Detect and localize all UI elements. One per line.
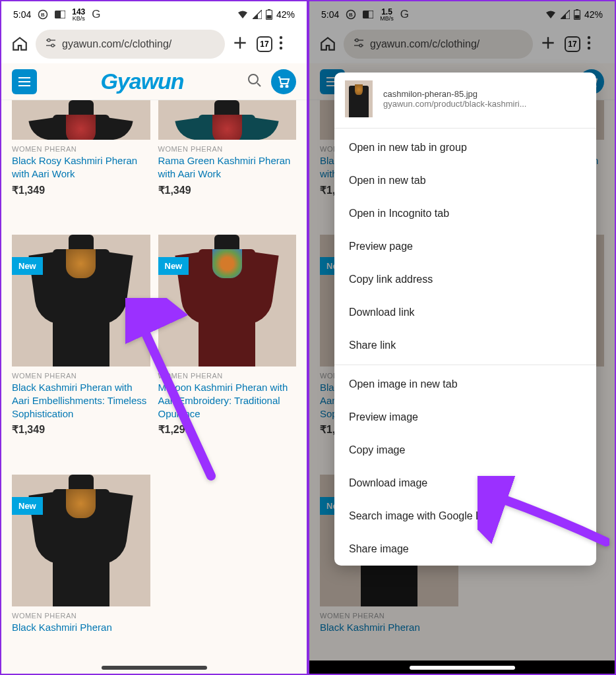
- clock-text: 5:04: [13, 9, 31, 20]
- status-bar: 5:04 B 143KB/s G 42%: [1, 1, 307, 25]
- nav-handle[interactable]: [410, 666, 515, 670]
- menu-item-share-image[interactable]: Share image: [334, 533, 596, 566]
- net-speed: 143KB/s: [72, 8, 85, 22]
- search-button[interactable]: [247, 73, 262, 90]
- menu-item-share-link[interactable]: Share link: [334, 329, 596, 362]
- menu-item-open-in-new-tab-in-group[interactable]: Open in new tab in group: [334, 131, 596, 164]
- b-circle-icon: B: [38, 9, 48, 20]
- product-title[interactable]: Black Rosy Kashmiri Pheran with Aari Wor…: [12, 154, 150, 181]
- svg-text:B: B: [41, 12, 45, 18]
- battery-text: 42%: [276, 9, 295, 20]
- cart-button[interactable]: [271, 69, 296, 94]
- nav-handle[interactable]: [102, 666, 207, 670]
- site-logo[interactable]: Gyawun: [100, 69, 183, 94]
- product-card[interactable]: New WOMEN PHERAN Black Kashmiri Pheran: [12, 475, 150, 639]
- url-bar[interactable]: gyawun.com/c/clothing/: [36, 30, 225, 59]
- signal-icon: [253, 10, 262, 19]
- product-card[interactable]: New WOMEN PHERAN Black Kashmiri Pheran w…: [12, 235, 150, 465]
- google-icon: G: [92, 8, 100, 21]
- site-header: Gyawun: [1, 63, 307, 100]
- svg-point-13: [281, 85, 283, 87]
- product-title[interactable]: Maroon Kashmiri Pheran with Aari Embroid…: [158, 381, 297, 421]
- svg-point-10: [280, 42, 282, 44]
- menu-item-download-image[interactable]: Download image: [334, 467, 596, 500]
- product-card[interactable]: WOMEN PHERAN Black Rosy Kashmiri Pheran …: [12, 100, 150, 225]
- product-category: WOMEN PHERAN: [12, 612, 150, 620]
- menu-thumbnail: [345, 80, 373, 117]
- menu-item-search-image-with-google-lens[interactable]: Search image with Google Lens: [334, 500, 596, 533]
- menu-item-open-image-in-new-tab[interactable]: Open image in new tab: [334, 368, 596, 401]
- card-icon: [55, 11, 65, 18]
- product-category: WOMEN PHERAN: [12, 145, 150, 153]
- svg-rect-3: [61, 11, 66, 18]
- new-badge: New: [12, 257, 43, 275]
- product-category: WOMEN PHERAN: [12, 372, 150, 380]
- battery-icon: [266, 9, 272, 20]
- product-title[interactable]: Black Kashmiri Pheran: [12, 621, 150, 634]
- svg-point-8: [51, 44, 54, 47]
- url-text: gyawun.com/c/clothing/: [62, 38, 171, 50]
- product-category: WOMEN PHERAN: [158, 145, 297, 153]
- product-image[interactable]: [12, 100, 150, 140]
- product-image[interactable]: [158, 100, 297, 140]
- new-badge: New: [12, 497, 43, 515]
- svg-point-9: [280, 36, 282, 39]
- menu-item-preview-image[interactable]: Preview image: [334, 401, 596, 434]
- site-settings-icon[interactable]: [45, 37, 57, 51]
- overflow-menu-button[interactable]: [279, 36, 297, 53]
- menu-item-preview-page[interactable]: Preview page: [334, 230, 596, 263]
- menu-button[interactable]: [12, 69, 37, 94]
- product-price: ₹1,349: [12, 184, 150, 196]
- svg-point-11: [280, 47, 282, 49]
- divider: [334, 365, 596, 365]
- product-title[interactable]: Black Kashmiri Pheran with Aari Embellis…: [12, 381, 150, 421]
- product-image[interactable]: New: [158, 235, 297, 367]
- product-card[interactable]: New WOMEN PHERAN Maroon Kashmiri Pheran …: [158, 235, 297, 465]
- menu-item-copy-image[interactable]: Copy image: [334, 434, 596, 467]
- browser-toolbar: gyawun.com/c/clothing/ 17: [1, 25, 307, 63]
- divider: [334, 128, 596, 129]
- product-card[interactable]: WOMEN PHERAN Rama Green Kashmiri Pheran …: [158, 100, 297, 225]
- product-price: ₹1,349: [158, 184, 297, 196]
- menu-filfilename: cashmilon-pheran-85.jpg: [383, 89, 586, 99]
- product-grid: WOMEN PHERAN Black Rosy Kashmiri Pheran …: [1, 100, 307, 674]
- svg-point-12: [249, 74, 258, 84]
- context-menu: cashmilon-pheran-85.jpg gyawun.com/produ…: [334, 73, 596, 566]
- new-tab-button[interactable]: [231, 34, 250, 54]
- home-button[interactable]: [11, 35, 29, 53]
- tab-switcher-button[interactable]: 17: [257, 36, 272, 52]
- menu-item-download-link[interactable]: Download link: [334, 296, 596, 329]
- product-image[interactable]: New: [12, 475, 150, 606]
- menu-source-url: gyawun.com/product/black-kashmiri...: [383, 99, 586, 109]
- menu-item-copy-link-address[interactable]: Copy link address: [334, 263, 596, 296]
- wifi-icon: [237, 10, 249, 19]
- svg-rect-6: [266, 15, 271, 19]
- product-category: WOMEN PHERAN: [158, 372, 297, 380]
- menu-item-open-in-new-tab[interactable]: Open in new tab: [334, 164, 596, 197]
- svg-point-14: [286, 85, 288, 87]
- product-price: ₹1,349: [12, 423, 150, 436]
- svg-point-7: [47, 39, 50, 42]
- product-price: ₹1,299: [158, 423, 297, 436]
- product-image[interactable]: New: [12, 235, 150, 367]
- product-title[interactable]: Rama Green Kashmiri Pheran with Aari Wor…: [158, 154, 297, 181]
- menu-item-open-in-incognito-tab[interactable]: Open in Incognito tab: [334, 197, 596, 230]
- new-badge: New: [158, 257, 189, 275]
